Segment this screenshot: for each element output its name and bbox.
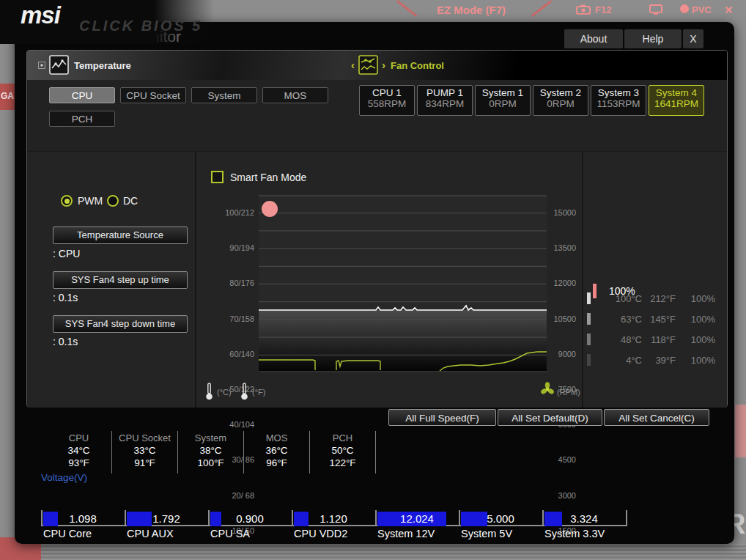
duty-row: 63°C 145°F 100% <box>587 309 734 329</box>
voltage-value: 1.792 <box>125 512 208 525</box>
duty-fahrenheit: 212°F <box>642 293 676 304</box>
temperature-section-label: Temperature <box>74 60 131 71</box>
voltage-value: 5.000 <box>459 512 542 525</box>
duty-celsius: 63°C <box>604 314 642 325</box>
fan-rpm: 0RPM <box>476 98 530 109</box>
voltage-value: 1.098 <box>41 512 125 525</box>
sensor-fahrenheit: 96°F <box>244 457 309 469</box>
tab-mos[interactable]: MOS <box>262 87 328 103</box>
background-bottom-bar <box>0 544 746 560</box>
voltage-value: 0.900 <box>208 512 292 525</box>
help-button[interactable]: Help <box>624 29 682 48</box>
fan-button-system3[interactable]: System 3 1153RPM <box>591 85 646 116</box>
duty-percent: 100% <box>676 293 715 304</box>
fan-rpm: 834RPM <box>418 98 472 109</box>
all-set-default-button[interactable]: All Set Default(D) <box>498 409 602 426</box>
step-down-time-button[interactable]: SYS Fan4 step down time <box>53 315 188 333</box>
fan-button-system2[interactable]: System 2 0RPM <box>533 85 588 116</box>
dc-radio[interactable] <box>107 195 119 207</box>
duty-marker <box>587 354 591 366</box>
temp-tick: 60/140 <box>200 345 254 363</box>
right-divider <box>582 152 583 408</box>
fan-control-chart-icon <box>358 55 378 75</box>
dialog-title: Hardware Monitor <box>59 28 181 45</box>
fan-control-content: PWM DC Temperature Source : CPU SYS Fan4… <box>27 151 727 408</box>
temp-tick: 80/176 <box>200 274 254 292</box>
duty-fahrenheit: 39°F <box>642 355 676 366</box>
rpm-tick: 12000 <box>550 274 576 292</box>
expander-icon[interactable] <box>38 62 45 69</box>
voltage-value: 12.024 <box>375 512 459 525</box>
voltage-value: 3.324 <box>542 512 626 525</box>
tab-pch[interactable]: PCH <box>49 111 115 127</box>
smart-fan-checkbox[interactable] <box>211 171 224 183</box>
sensor-celsius: 34°C <box>46 444 111 457</box>
ez-mode-label: EZ Mode (F7) <box>431 4 512 16</box>
sensor-cell: CPU 34°C 93°F <box>46 431 112 474</box>
step-up-time-button[interactable]: SYS Fan4 step up time <box>53 271 188 289</box>
step-up-time-value: : 0.1s <box>53 292 78 303</box>
fan-button-system4[interactable]: System 4 1641RPM <box>649 85 704 116</box>
temperature-chart-icon <box>49 55 69 75</box>
duty-row: 4°C 39°F 100% <box>587 350 734 370</box>
rpm-tick: 13500 <box>550 239 576 257</box>
tab-cpu-socket[interactable]: CPU Socket <box>120 87 186 103</box>
duty-marker <box>587 313 591 325</box>
screenshot-camera-icon <box>576 4 591 15</box>
fan-button-system1[interactable]: System 1 0RPM <box>475 85 531 116</box>
fan-name: System 4 <box>649 87 703 98</box>
dc-radio-label: DC <box>123 195 138 207</box>
rpm-tick: 0 <box>550 557 576 560</box>
sensor-cell: System 38°C 100°F <box>178 431 244 474</box>
hardware-monitor-dialog: Hardware Monitor About Help X Temperatur… <box>15 22 734 544</box>
voltage-rail-label: System 12V <box>377 528 435 539</box>
duty-row: 48°C 118°F 100% <box>587 329 734 350</box>
fan-rpm: 1153RPM <box>591 98 646 109</box>
temp-tick: 0/ 32 <box>200 557 254 560</box>
sensor-celsius: 36°C <box>244 444 309 457</box>
sensor-cell: PCH 50°C 122°F <box>310 431 376 474</box>
duty-celsius: 4°C <box>604 355 642 366</box>
user-label: PVC <box>692 4 712 15</box>
all-set-cancel-button[interactable]: All Set Cancel(C) <box>604 409 709 426</box>
duty-celsius: 48°C <box>604 334 642 345</box>
duty-fahrenheit: 145°F <box>642 314 676 325</box>
temperature-source-button[interactable]: Temperature Source <box>53 226 188 244</box>
about-button[interactable]: About <box>564 29 623 48</box>
all-full-speed-button[interactable]: All Full Speed(F) <box>388 409 496 426</box>
left-divider <box>195 152 196 408</box>
pwm-radio-label: PWM <box>78 195 103 207</box>
fan-curve-handle[interactable] <box>262 201 278 217</box>
background-top-bar <box>0 0 746 22</box>
voltage-rail-label: CPU VDD2 <box>294 528 347 539</box>
fan-button-pump1[interactable]: PUMP 1 834RPM <box>417 85 473 116</box>
temperature-readouts: CPU 34°C 93°F CPU Socket 33°C 91°F Syste… <box>46 431 376 474</box>
background-close-icon: ✕ <box>724 4 734 17</box>
celsius-unit-label: (°C) <box>217 388 232 397</box>
temp-tick: 100/212 <box>200 204 254 221</box>
current-duty-marker <box>593 284 597 298</box>
game-boost-badge: GA <box>0 84 15 110</box>
fan-button-cpu1[interactable]: CPU 1 558RPM <box>359 85 415 116</box>
tab-system[interactable]: System <box>191 87 257 103</box>
close-button[interactable]: X <box>683 29 703 48</box>
sensor-fahrenheit: 122°F <box>310 457 375 469</box>
fahrenheit-thermometer-icon[interactable] <box>240 383 249 400</box>
rpm-tick: 3000 <box>550 487 576 504</box>
fan-duty-table: 100°C 212°F 100% 63°C 145°F 100% 48°C 11… <box>587 288 734 370</box>
temp-tick: 70/158 <box>200 310 254 328</box>
duty-fahrenheit: 118°F <box>642 334 676 345</box>
sensor-celsius: 50°C <box>310 444 375 457</box>
smart-fan-label: Smart Fan Mode <box>230 172 306 183</box>
tab-cpu[interactable]: CPU <box>49 87 115 103</box>
voltage-strip: 1.098 1.792 0.900 1.120 12.024 5.000 3.3… <box>41 504 629 542</box>
sensor-celsius: 33°C <box>112 444 177 457</box>
pwm-radio[interactable] <box>61 195 73 207</box>
celsius-thermometer-icon[interactable] <box>204 383 214 400</box>
fan-control-next-icon[interactable]: › <box>382 59 385 71</box>
sensor-name: System <box>178 432 243 444</box>
fan-curve-chart[interactable] <box>259 195 547 372</box>
sensor-fahrenheit: 93°F <box>46 457 111 469</box>
display-icon <box>649 4 662 15</box>
fan-control-prev-icon[interactable]: ‹ <box>351 59 355 71</box>
